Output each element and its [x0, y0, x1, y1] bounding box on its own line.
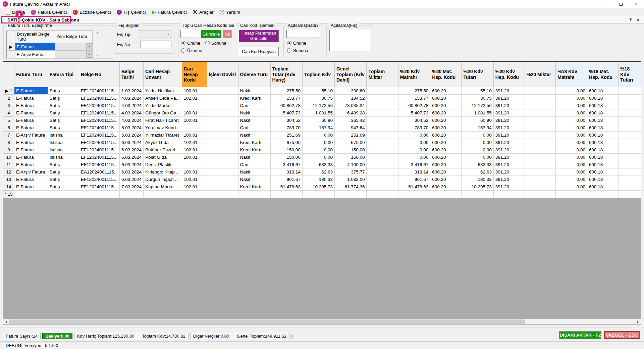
- grid-cell[interactable]: 6.03.2024: [119, 176, 143, 183]
- grid-cell[interactable]: [619, 117, 641, 124]
- grid-cell[interactable]: 0,00: [556, 87, 587, 95]
- menu-item-fatura-cevirici[interactable]: F Fatura Çevirici: [28, 8, 70, 16]
- grid-cell[interactable]: Istisna: [48, 132, 79, 139]
- grid-cell[interactable]: [525, 176, 555, 183]
- grid-cell[interactable]: E-Fatura: [14, 102, 48, 109]
- menu-item-eczane-cevirici[interactable]: E Eczane Çevirici: [70, 8, 114, 16]
- grid-cell[interactable]: 62,63: [302, 168, 334, 176]
- grid-cell[interactable]: [367, 87, 398, 95]
- row-header[interactable]: 8: [3, 139, 14, 146]
- grid-cell[interactable]: Satış: [48, 117, 79, 124]
- grid-cell[interactable]: 55,10: [462, 87, 493, 95]
- grid-cell[interactable]: EF12024001115...: [79, 132, 120, 139]
- grid-cell[interactable]: [619, 87, 641, 95]
- grid-cell[interactable]: 600.18: [587, 95, 619, 102]
- row-header[interactable]: 12: [3, 168, 14, 176]
- grid-cell[interactable]: [619, 154, 641, 161]
- radio-uzerine[interactable]: Üzerine: [181, 48, 202, 53]
- column-header[interactable]: Cari Hesap Unvanı: [143, 62, 182, 87]
- grid-cell[interactable]: 600.18: [587, 183, 619, 191]
- column-header[interactable]: %20 Kdv Matrahı: [398, 62, 430, 87]
- row-header[interactable]: 14: [3, 183, 14, 191]
- yeni-belge-turu-dropdown[interactable]: ∨: [55, 51, 93, 58]
- grid-cell[interactable]: 153,77: [270, 95, 302, 102]
- column-header[interactable]: Cari Hesap Kodu: [182, 62, 207, 87]
- grid-cell[interactable]: Nakit: [238, 168, 270, 176]
- grid-cell[interactable]: 391.20: [493, 154, 525, 161]
- grid-cell[interactable]: 0,00: [302, 146, 334, 154]
- grid-cell[interactable]: E-Arşiv Fatura: [14, 168, 48, 176]
- grid-cell[interactable]: Güngör Oto Ga...: [143, 109, 182, 117]
- grid-cell[interactable]: Satış: [48, 102, 79, 109]
- grid-cell[interactable]: 600.18: [587, 132, 619, 139]
- grid-cell[interactable]: 391.20: [493, 117, 525, 124]
- grid-cell[interactable]: 0,00: [556, 183, 587, 191]
- grid-cell[interactable]: 180,33: [462, 176, 493, 183]
- grid-cell[interactable]: EF12024001115...: [79, 109, 120, 117]
- grid-cell[interactable]: 0,00: [556, 139, 587, 146]
- menu-item-araclar[interactable]: Araçlar: [190, 8, 217, 16]
- mini-grid-cell-earsiv[interactable]: E-Arşiv Fatura: [15, 51, 55, 58]
- menu-item-yardim[interactable]: ? Yardım: [217, 8, 244, 16]
- grid-cell[interactable]: [207, 176, 238, 183]
- grid-cell[interactable]: 157,94: [462, 124, 493, 132]
- grid-cell[interactable]: Kredi Kartı: [238, 146, 270, 154]
- grid-cell[interactable]: Kredi Kartı: [238, 139, 270, 146]
- grid-cell[interactable]: [207, 168, 238, 176]
- grid-cell[interactable]: 683,33: [462, 161, 493, 168]
- grid-cell[interactable]: [619, 132, 641, 139]
- grid-cell[interactable]: E-Fatura: [14, 154, 48, 161]
- mini-grid-column-header[interactable]: Yeni Belge Türü: [55, 31, 93, 43]
- grid-cell[interactable]: [493, 191, 525, 198]
- grid-cell[interactable]: [619, 139, 641, 146]
- toplu-cari-kod-input[interactable]: [180, 30, 199, 38]
- grid-cell[interactable]: 0,00: [302, 139, 334, 146]
- mini-grid-row-header[interactable]: [7, 51, 15, 58]
- grid-cell[interactable]: 600.20: [430, 124, 462, 132]
- menu-item-fis-cevirici[interactable]: F Fiş Çevirici: [114, 8, 149, 16]
- grid-cell[interactable]: 600.18: [587, 146, 619, 154]
- sil-button[interactable]: Sil: [223, 30, 232, 38]
- tab-list-chevron-down-icon[interactable]: ▼: [629, 17, 633, 22]
- grid-cell[interactable]: [335, 191, 367, 198]
- hesap-planimdan-guncelle-button[interactable]: Hesap Planımdan Güncelle: [239, 30, 279, 42]
- grid-cell[interactable]: 600.20: [430, 146, 462, 154]
- grid-cell[interactable]: 391.20: [493, 146, 525, 154]
- grid-cell[interactable]: 61.774,36: [335, 183, 367, 191]
- close-button[interactable]: ×: [629, 0, 644, 8]
- grid-cell[interactable]: [207, 87, 238, 95]
- grid-cell[interactable]: 600.18: [587, 161, 619, 168]
- column-header[interactable]: Fatura Tipi: [48, 62, 79, 87]
- grid-cell[interactable]: 150,00: [270, 146, 302, 154]
- grid-cell[interactable]: 600.20: [430, 139, 462, 146]
- grid-cell[interactable]: EF12024001115...: [79, 161, 120, 168]
- grid-cell[interactable]: [525, 102, 555, 109]
- grid-cell[interactable]: [207, 191, 238, 198]
- grid-cell[interactable]: E-Fatura: [14, 146, 48, 154]
- aciklama-fis-textarea[interactable]: [329, 30, 371, 51]
- grid-cell[interactable]: 100.01: [182, 132, 207, 139]
- grid-cell[interactable]: Satış: [48, 176, 79, 183]
- mini-grid-vertical-scrollbar[interactable]: ∧ ∨: [95, 31, 100, 58]
- grid-cell[interactable]: 5.03.2024: [119, 132, 143, 139]
- grid-cell[interactable]: Satış: [48, 124, 79, 132]
- grid-cell[interactable]: 0,00: [462, 154, 493, 161]
- row-header[interactable]: 10: [3, 154, 14, 161]
- grid-cell[interactable]: 600.18: [587, 87, 619, 95]
- grid-cell[interactable]: [525, 95, 555, 102]
- grid-cell[interactable]: Satış: [48, 161, 79, 168]
- grid-cell[interactable]: 6.03.2024: [119, 168, 143, 176]
- grid-cell[interactable]: Polat Gıda: [143, 154, 182, 161]
- column-header[interactable]: %18 Kdv Tutarı: [619, 62, 641, 87]
- grid-cell[interactable]: [462, 191, 493, 198]
- grid-cell[interactable]: 600.18: [587, 139, 619, 146]
- grid-cell[interactable]: 600.20: [430, 132, 462, 139]
- row-header[interactable]: 3: [3, 102, 14, 109]
- grid-cell[interactable]: 365,42: [335, 117, 367, 124]
- grid-cell[interactable]: 0,00: [556, 95, 587, 102]
- grid-cell[interactable]: 600.18: [587, 102, 619, 109]
- grid-cell[interactable]: [207, 132, 238, 139]
- grid-cell[interactable]: Nakit: [238, 109, 270, 117]
- grid-cell[interactable]: [525, 146, 555, 154]
- column-header[interactable]: %20 Kdv Hsp. Kodu: [493, 62, 525, 87]
